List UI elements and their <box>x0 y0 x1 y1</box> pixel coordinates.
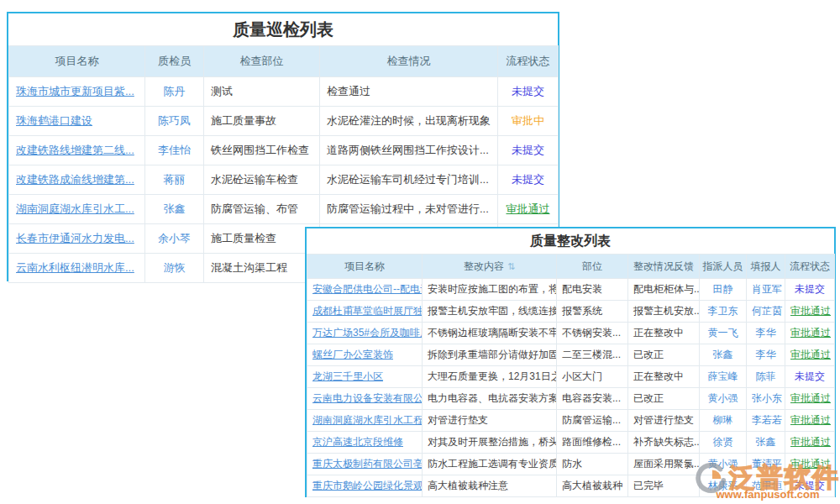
rectify-content-cell: 电力电容器、电抗器安装方案,... <box>423 388 557 410</box>
project-name-link[interactable]: 湖南洞庭湖水库引水工... <box>16 202 134 215</box>
workflow-status[interactable]: 审批通过 <box>790 413 831 428</box>
rectify-content-cell: 安装时应按施工图的布置，将... <box>423 279 557 301</box>
rectify-part-cell: 路面维修检... <box>557 432 628 454</box>
rectification-table-row: 万达广场35#会所及咖啡厅空... 不锈钢边框玻璃隔断安装不牢... 不锈钢安装… <box>307 323 835 344</box>
workflow-status[interactable]: 未提交 <box>512 172 544 187</box>
inspector-name: 张鑫 <box>164 202 186 215</box>
inspection-table-row: 珠海鹤港口建设 陈巧凤 施工质量事故 水泥砼灌注的时候，出现离析现象 审批中 <box>9 107 559 136</box>
inspection-situation-cell: 防腐管运输过程中，未对管进行... <box>320 195 498 224</box>
rectify-part-cell: 电容器安装... <box>557 388 628 410</box>
rectify-part-cell: 防水 <box>557 454 628 475</box>
workflow-status[interactable]: 未提交 <box>512 84 544 99</box>
project-name-link[interactable]: 云南水利枢纽潜明水库... <box>16 261 134 274</box>
column-header-label: 项目名称 <box>344 260 385 272</box>
reporter-name: 陈菲 <box>756 370 776 382</box>
rectify-content-cell: 拆除到承重墙部分请做好加固... <box>423 344 557 366</box>
project-name-link[interactable]: 珠海鹤港口建设 <box>16 114 92 127</box>
project-name-link[interactable]: 云南电力设备安装有限公司20... <box>312 392 423 404</box>
inspection-table-row: 改建铁路成渝线增建第... 蒋丽 水泥砼运输车检查 水泥砼运输车司机经过专门培训… <box>9 165 559 195</box>
reporter-name: 李若若 <box>752 414 782 426</box>
inspection-part-cell: 施工质量检查 <box>204 224 320 254</box>
inspection-situation-cell: 水泥砼灌注的时候，出现离析现象 <box>320 107 498 136</box>
reporter-name: 范甲恒 <box>752 480 782 491</box>
rectify-content-cell: 防水工程施工选调有专业资质... <box>423 454 557 475</box>
column-header: 部位 <box>557 255 628 279</box>
rectify-feedback-cell: 报警主机安放... <box>628 301 700 323</box>
inspection-table-row: 改建铁路线增建第二线... 李佳怡 铁丝网围挡工作检查 道路两侧铁丝网围挡工作按… <box>9 136 559 165</box>
sort-icon[interactable]: ⇅ <box>507 261 515 271</box>
rectify-feedback-cell: 补齐缺失标志... <box>628 432 700 454</box>
column-header: 整改内容⇅ <box>423 255 557 279</box>
project-name-link[interactable]: 湖南洞庭湖水库引水工程施工标 <box>312 414 423 426</box>
rectify-part-cell: 高大植被栽种 <box>557 475 628 497</box>
assignee-name: 林康平 <box>708 480 738 491</box>
workflow-status[interactable]: 审批通过 <box>790 304 831 318</box>
rectification-table-row: 安徽合肥供电公司--配电设备... 安装时应按施工图的布置，将... 配电安装 … <box>307 279 835 301</box>
workflow-status[interactable]: 审批通过 <box>790 326 831 340</box>
workflow-status[interactable]: 未提交 <box>795 370 825 384</box>
rectification-table-row: 螺丝厂办公室装饰 拆除到承重墙部分请做好加固... 二至三楼混... 已改正 张… <box>307 344 835 366</box>
column-header-label: 整改内容 <box>464 260 504 272</box>
project-name-link[interactable]: 螺丝厂办公室装饰 <box>312 349 393 360</box>
assignee-name: 黄小强 <box>708 392 738 404</box>
workflow-status[interactable]: 审批中 <box>512 113 544 129</box>
inspection-part-cell: 混凝土沟渠工程 <box>204 254 320 283</box>
column-header: 项目名称 <box>307 255 423 279</box>
workflow-status[interactable]: 审批通过 <box>790 435 831 449</box>
column-header: 检查情况 <box>320 46 498 77</box>
project-name-link[interactable]: 京沪高速北京段维修 <box>312 436 403 448</box>
rectify-feedback-cell: 屋面采用聚氯... <box>628 454 700 475</box>
project-name-link[interactable]: 成都杜甫草堂临时展厅独立展... <box>312 305 423 317</box>
inspection-situation-cell: 检查通过 <box>320 77 498 107</box>
rectification-table-title: 质量整改列表 <box>307 228 834 254</box>
inspection-situation-cell: 水泥砼运输车司机经过专门培训... <box>320 165 498 195</box>
assignee-name: 李卫东 <box>708 305 738 317</box>
rectify-content-cell: 对管进行垫支 <box>423 410 557 432</box>
column-header: 项目名称 <box>9 46 145 77</box>
project-name-link[interactable]: 万达广场35#会所及咖啡厅空... <box>312 327 423 339</box>
page: 质量巡检列表 项目名称质检员检查部位检查情况流程状态 珠海市城市更新项目紫...… <box>0 0 840 504</box>
column-header: 流程状态 <box>498 46 559 77</box>
inspection-situation-cell: 道路两侧铁丝网围挡工作按设计... <box>320 136 498 165</box>
column-header-label: 检查部位 <box>240 55 284 67</box>
column-header-label: 部位 <box>582 260 602 272</box>
workflow-status[interactable]: 审批通过 <box>507 202 550 217</box>
reporter-name: 李华 <box>756 349 776 360</box>
workflow-status[interactable]: 审批通过 <box>790 391 831 406</box>
rectify-content-cell: 报警主机安放牢固，线缆连接... <box>423 301 557 323</box>
rectify-feedback-cell: 已完毕 <box>628 475 700 497</box>
project-name-link[interactable]: 珠海市城市更新项目紫... <box>16 85 134 97</box>
rectify-feedback-cell: 正在整改中 <box>628 366 700 388</box>
assignee-name: 黄小强 <box>708 458 738 470</box>
rectification-table: 项目名称整改内容⇅部位整改情况反馈指派人员填报人流程状态 安徽合肥供电公司--配… <box>307 254 835 497</box>
project-name-link[interactable]: 安徽合肥供电公司--配电设备... <box>312 283 423 295</box>
project-name-link[interactable]: 改建铁路线增建第二线... <box>16 144 134 156</box>
rectification-header-row: 项目名称整改内容⇅部位整改情况反馈指派人员填报人流程状态 <box>307 255 835 279</box>
inspection-table-row: 湖南洞庭湖水库引水工... 张鑫 防腐管运输、布管 防腐管运输过程中，未对管进行… <box>9 195 559 224</box>
rectify-feedback-cell: 配电柜柜体与... <box>628 279 700 301</box>
column-header: 填报人 <box>747 255 785 279</box>
rectify-part-cell: 报警系统 <box>557 301 628 323</box>
project-name-link[interactable]: 龙湖三千里小区 <box>312 370 383 382</box>
inspection-table-row: 珠海市城市更新项目紫... 陈丹 测试 检查通过 未提交 <box>9 77 559 107</box>
inspection-table-title: 质量巡检列表 <box>8 13 558 45</box>
assignee-name: 柳琳 <box>713 414 733 426</box>
workflow-status[interactable]: 未提交 <box>795 479 825 493</box>
rectify-content-cell: 对其及时开展整治措施，桥头... <box>423 432 557 454</box>
project-name-link[interactable]: 重庆市鹅岭公园绿化景观提升... <box>312 480 423 491</box>
reporter-name: 何芷茵 <box>752 305 782 317</box>
column-header-label: 填报人 <box>751 260 781 272</box>
reporter-name: 董清平 <box>752 458 782 470</box>
rectification-table-row: 云南电力设备安装有限公司20... 电力电容器、电抗器安装方案,... 电容器安… <box>307 388 835 410</box>
workflow-status[interactable]: 未提交 <box>512 143 544 158</box>
project-name-link[interactable]: 长春市伊通河水力发电... <box>16 232 134 244</box>
project-name-link[interactable]: 重庆太极制药有限公司亳州中... <box>312 458 423 470</box>
reporter-name: 张小东 <box>752 392 782 404</box>
inspection-header-row: 项目名称质检员检查部位检查情况流程状态 <box>9 46 559 77</box>
workflow-status[interactable]: 未提交 <box>795 282 825 297</box>
project-name-link[interactable]: 改建铁路成渝线增建第... <box>16 173 134 186</box>
workflow-status[interactable]: 审批通过 <box>790 457 831 471</box>
workflow-status[interactable]: 审批通过 <box>790 348 831 362</box>
column-header-label: 流程状态 <box>507 55 550 67</box>
inspection-part-cell: 施工质量事故 <box>204 107 320 136</box>
